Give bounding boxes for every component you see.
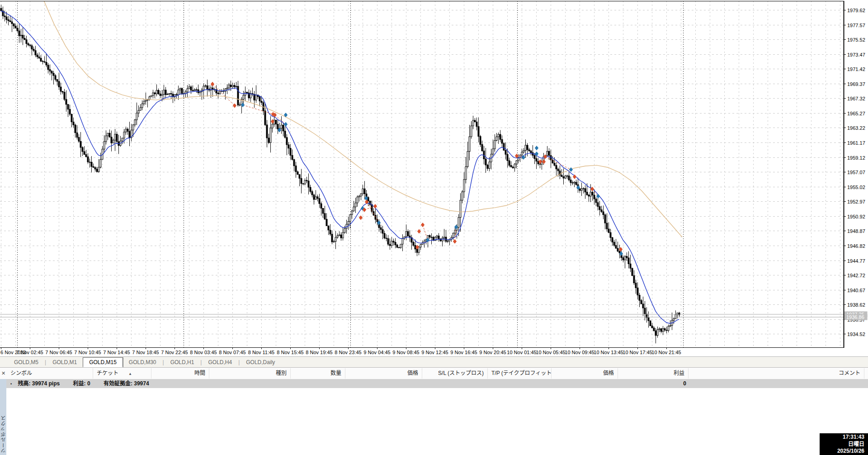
grid (0, 1, 844, 347)
chart-canvas[interactable]: 1979.621977.571975.521973.471971.421969.… (0, 0, 868, 356)
buy-arrow-icon[interactable] (284, 122, 287, 126)
mt-terminal-window: 1979.621977.571975.521973.471971.421969.… (0, 0, 868, 455)
time-axis-label: 10 Nov 05:45 (536, 350, 565, 355)
buy-arrow-icon[interactable] (522, 155, 525, 159)
toolbox-panel: ✕ シンボルチケット▲時間種別数量価格S/L (ストップロス)T/P (テイクプ… (0, 368, 868, 455)
chart-tab-gold-daily[interactable]: GOLD,Daily (240, 357, 281, 367)
price-axis-label: 1948.87 (847, 228, 865, 234)
time-axis-label: 7 Nov 02:45 (16, 350, 43, 355)
price-axis-label: 1946.82 (847, 243, 865, 249)
price-axis-label: 1942.72 (847, 273, 865, 278)
chart-tab-gold-h1[interactable]: GOLD,H1 (165, 357, 200, 367)
time-axis-label: 8 Nov 23:45 (335, 350, 361, 355)
chart-tab-gold-m1[interactable]: GOLD,M1 (47, 357, 83, 367)
sell-arrow-icon[interactable] (233, 104, 236, 108)
balance-bullet-icon: • (10, 382, 12, 386)
toolbox-vertical-title: ツールボックス (0, 379, 6, 455)
chart-tab-gold-m15[interactable]: GOLD,M15 (83, 357, 123, 367)
column-header-t-p[interactable]: T/P (テイクプロフィット) (488, 368, 552, 379)
time-axis-label: 9 Nov 16:45 (450, 350, 477, 355)
chart-tab-gold-m30[interactable]: GOLD,M30 (123, 357, 162, 367)
column-header-[interactable]: 種別 (209, 368, 291, 379)
column-header-[interactable]: コメント (689, 368, 864, 379)
price-axis-label: 1963.22 (847, 125, 865, 131)
column-header-[interactable]: チケット▲ (93, 368, 151, 379)
time-axis-label: 8 Nov 03:45 (190, 350, 217, 355)
price-axis-label: 1979.62 (847, 8, 865, 13)
trade-connector-line (243, 105, 273, 114)
time-axis-label: 9 Nov 20:45 (479, 350, 506, 355)
sell-arrow-icon[interactable] (590, 187, 594, 191)
sort-ascending-icon: ▲ (128, 372, 132, 376)
clock-date: 2025/10/26 (820, 448, 864, 455)
sell-arrow-icon[interactable] (515, 154, 518, 158)
price-axis-label: 1940.67 (847, 288, 865, 293)
column-header-[interactable]: 利益 (618, 368, 689, 379)
chart-tab-gold-h4[interactable]: GOLD,H4 (202, 357, 238, 367)
time-axis-label: 7 Nov 22:45 (161, 350, 188, 355)
toolbox-vertical-title-label: ツールボックス (0, 415, 6, 453)
price-axis-label: 1969.37 (847, 81, 865, 87)
sell-arrow-icon[interactable] (421, 223, 424, 227)
time-axis-label: 10 Nov 09:45 (565, 350, 594, 355)
time-axis-label: 8 Nov 11:45 (248, 350, 275, 355)
chart-tab-gold-m5[interactable]: GOLD,M5 (8, 357, 44, 367)
sell-arrow-icon[interactable] (373, 204, 377, 208)
balance-text: 残高: 39974 pips (18, 380, 60, 387)
sell-arrow-icon[interactable] (573, 175, 576, 179)
chart-period-tabbar: GOLD,M5|GOLD,M1GOLD,M15GOLD,M30|GOLD,H1|… (0, 356, 868, 368)
trade-table-header: ✕ シンボルチケット▲時間種別数量価格S/L (ストップロス)T/P (テイクプ… (0, 368, 868, 379)
time-axis-label: 9 Nov 08:45 (392, 350, 419, 355)
price-axis-label: 1961.17 (847, 140, 865, 146)
time-axis-label: 10 Nov 13:45 (594, 350, 623, 355)
time-axis-label: 7 Nov 06:45 (45, 350, 72, 355)
time-axis-label: 8 Nov 15:45 (277, 350, 303, 355)
column-header-s-l[interactable]: S/L (ストップロス) (422, 368, 488, 379)
sell-arrow-icon[interactable] (417, 229, 420, 233)
price-axis-label: 1938.62 (847, 302, 865, 308)
time-axis-label: 9 Nov 04:45 (363, 350, 390, 355)
price-axis-label: 1973.47 (847, 52, 865, 57)
time-axis-label: 7 Nov 14:45 (103, 350, 130, 355)
column-header-[interactable]: シンボル (7, 368, 93, 379)
price-axis-label: 1944.77 (847, 258, 865, 264)
time-axis-label: 7 Nov 10:45 (74, 350, 101, 355)
price-axis-label: 1967.32 (847, 96, 865, 101)
time-axis-label: 10 Nov 01:45 (507, 350, 536, 355)
column-header-[interactable]: 数量 (291, 368, 345, 379)
column-header-[interactable]: 価格 (345, 368, 422, 379)
market-clock: 17:31:43 日曜日 2025/10/26 (820, 433, 868, 455)
time-axis-label: 10 Nov 17:45 (623, 350, 652, 355)
buy-arrow-icon[interactable] (535, 146, 538, 150)
price-axis-label: 1955.02 (847, 185, 865, 190)
equity-text: 有効証拠金: 39974 (104, 380, 149, 387)
column-header-[interactable]: 時間 (151, 368, 209, 379)
clock-weekday: 日曜日 (820, 441, 864, 448)
profit-column-value: 0 (683, 379, 686, 388)
time-axis-label: 9 Nov 12:45 (421, 350, 448, 355)
sell-arrow-icon[interactable] (453, 239, 456, 243)
trade-connector-line (423, 225, 428, 240)
price-axis-label: 1934.52 (847, 332, 865, 337)
buy-arrow-icon[interactable] (426, 238, 429, 242)
price-axis-label: 1950.92 (847, 214, 865, 219)
balance-row[interactable]: • 残高: 39974 pips 利益: 0 有効証拠金: 39974 0 (6, 379, 868, 388)
sell-arrow-icon[interactable] (211, 82, 214, 86)
buy-arrow-icon[interactable] (569, 167, 572, 171)
trade-connector-line (212, 84, 235, 106)
price-axis-label: 1952.97 (847, 199, 865, 204)
price-axis-label: 1965.27 (847, 111, 865, 116)
toolbox-close-button[interactable]: ✕ (0, 368, 7, 379)
price-axis-label: 1975.52 (847, 37, 865, 43)
price-axis-label: 1957.07 (847, 170, 865, 175)
price-axis-label: 1977.57 (847, 23, 865, 28)
column-header-[interactable]: 価格 (552, 368, 618, 379)
clock-time: 17:31:43 (820, 434, 864, 441)
profit-text: 利益: 0 (73, 380, 90, 387)
price-axis-label: 1959.12 (847, 155, 865, 161)
price-axis-label: 1971.42 (847, 66, 865, 72)
time-axis-label: 8 Nov 07:45 (219, 350, 245, 355)
time-axis-label: 10 Nov 21:45 (651, 350, 681, 355)
time-axis-label: 7 Nov 18:45 (132, 350, 159, 355)
bid-price-tag-label: 1936.86 (846, 314, 864, 320)
